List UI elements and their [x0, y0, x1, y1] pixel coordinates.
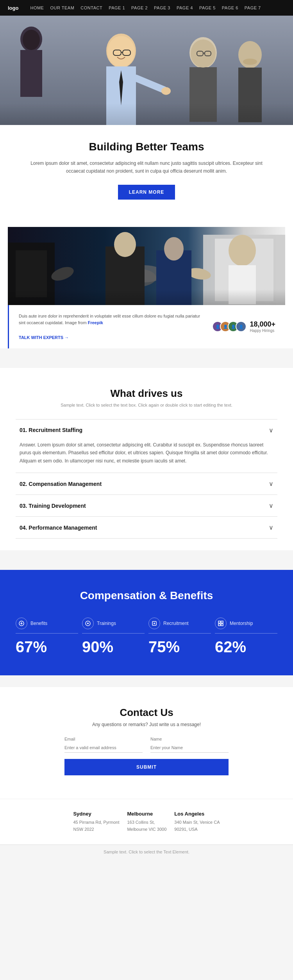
talk-with-experts-link[interactable]: TALK WITH EXPERTS → [19, 335, 69, 340]
office-losangeles-address: 340 Main St, Venice CA 90291, USA [174, 819, 220, 833]
office-melbourne-address: 163 Collins St, Melbourne VIC 3000 [127, 819, 166, 833]
comp-card-header-recruitment: Recruitment [148, 618, 211, 634]
nav-home[interactable]: HOME [30, 5, 44, 10]
office-sydney-city: Sydney [73, 811, 119, 817]
accordion-title-4: 04. Performance Management [20, 525, 97, 531]
nav-page6[interactable]: PAGE 6 [222, 5, 238, 10]
benefits-label: Benefits [30, 621, 47, 626]
footer: Sample text. Click to select the Text El… [0, 844, 293, 859]
footer-text: Sample text. Click to select the Text El… [5, 850, 288, 854]
nav-page1[interactable]: PAGE 1 [109, 5, 125, 10]
svg-point-41 [87, 623, 89, 624]
stats-count: 18,000+ Happy Hirings [250, 320, 275, 333]
accordion-chevron-2: ∨ [269, 480, 273, 487]
svg-rect-43 [218, 621, 220, 623]
accordion-text-1: Answer. Lorem ipsum dolor sit amet, cons… [20, 441, 273, 465]
accordion-chevron-1: ∨ [269, 427, 273, 434]
accordion-item-1: 01. Recruitment Staffing ∨ Answer. Lorem… [16, 419, 277, 473]
intro-body: Lorem ipsum dolor sit amet, consectetur … [23, 159, 270, 175]
avatar-4: 👤 [236, 321, 247, 332]
accordion-header-1[interactable]: 01. Recruitment Staffing ∨ [16, 419, 277, 441]
intro-title: Building Better Teams [23, 141, 270, 153]
accordion-title-2: 02. Compensation Management [20, 481, 102, 487]
mentorship-label: Mentorship [230, 621, 253, 626]
name-field[interactable] [150, 743, 229, 753]
drives-section: What drives us Sample text. Click to sel… [0, 368, 293, 550]
email-label: Email [64, 737, 143, 741]
accordion-header-4[interactable]: 04. Performance Management ∨ [16, 517, 277, 538]
accordion-item-4: 04. Performance Management ∨ [16, 516, 277, 539]
nav-page7[interactable]: PAGE 7 [245, 5, 261, 10]
benefits-percent: 67% [16, 638, 78, 656]
comp-title: Compensation & Benefits [16, 589, 277, 602]
comp-cards: Benefits 67% Trainings 90% [16, 618, 277, 656]
svg-point-38 [164, 237, 184, 261]
trainings-label: Trainings [97, 621, 116, 626]
team-hands-image [8, 227, 285, 305]
svg-point-36 [114, 232, 136, 257]
accordion-title-3: 03. Training Development [20, 503, 86, 509]
office-sydney-address: 45 Pirrama Rd, Pyrmont NSW 2022 [73, 819, 119, 833]
nav-page5[interactable]: PAGE 5 [199, 5, 216, 10]
comp-card-benefits: Benefits 67% [16, 618, 78, 656]
mentorship-percent: 62% [215, 638, 277, 656]
navigation: logo HOME OUR TEAM CONTACT PAGE 1 PAGE 2… [0, 0, 293, 16]
nav-page2[interactable]: PAGE 2 [131, 5, 148, 10]
freepik-link[interactable]: Freepik [88, 320, 103, 325]
logo[interactable]: logo [8, 5, 18, 11]
accordion-item-3: 03. Training Development ∨ [16, 494, 277, 516]
mentorship-icon [215, 618, 227, 629]
office-sydney: Sydney 45 Pirrama Rd, Pyrmont NSW 2022 [73, 811, 119, 833]
nav-page3[interactable]: PAGE 3 [154, 5, 170, 10]
stats-right: 👤 👤 👤 👤 18,000+ Happy Hirings [212, 320, 275, 333]
contact-section: Contact Us Any questions or remarks? Jus… [0, 687, 293, 799]
nav-links: HOME OUR TEAM CONTACT PAGE 1 PAGE 2 PAGE… [30, 5, 261, 10]
comp-card-header-trainings: Trainings [82, 618, 145, 634]
contact-form: Email Name SUBMIT [64, 737, 229, 775]
office-melbourne-city: Melbourne [127, 811, 166, 817]
contact-title: Contact Us [16, 707, 277, 719]
form-group-email: Email [64, 737, 143, 753]
stats-label: Happy Hirings [250, 328, 275, 333]
contact-subtitle: Any questions or remarks? Just write us … [16, 722, 277, 727]
svg-rect-33 [229, 265, 256, 304]
name-label: Name [150, 737, 229, 741]
accordion-chevron-4: ∨ [269, 524, 273, 531]
svg-rect-45 [218, 624, 220, 626]
drives-title: What drives us [16, 387, 277, 400]
office-losangeles-city: Los Angeles [174, 811, 220, 817]
avatar-group: 👤 👤 👤 👤 [212, 321, 247, 332]
trainings-icon [82, 618, 94, 629]
recruitment-label: Recruitment [163, 621, 189, 626]
accordion-header-2[interactable]: 02. Compensation Management ∨ [16, 473, 277, 494]
comp-card-header-benefits: Benefits [16, 618, 78, 634]
accordion-title-1: 01. Recruitment Staffing [20, 427, 82, 433]
stats-description: Duis aute irure dolor in reprehenderit i… [19, 313, 204, 341]
svg-rect-44 [221, 621, 223, 623]
team-photo-section: Duis aute irure dolor in reprehenderit i… [0, 219, 293, 348]
recruitment-icon [148, 618, 160, 629]
submit-button[interactable]: SUBMIT [64, 759, 229, 775]
accordion-item-2: 02. Compensation Management ∨ [16, 473, 277, 494]
learn-more-button[interactable]: LEARN MORE [118, 185, 175, 200]
form-group-name: Name [150, 737, 229, 753]
svg-rect-26 [16, 250, 47, 297]
compensation-section: Compensation & Benefits Benefits 67% [0, 570, 293, 675]
nav-page4[interactable]: PAGE 4 [177, 5, 193, 10]
team-description-text: Duis aute irure dolor in reprehenderit i… [19, 314, 200, 325]
accordion-body-1: Answer. Lorem ipsum dolor sit amet, cons… [16, 441, 277, 473]
comp-card-trainings: Trainings 90% [82, 618, 145, 656]
comp-card-recruitment: Recruitment 75% [148, 618, 211, 656]
recruitment-percent: 75% [148, 638, 211, 656]
nav-contact[interactable]: CONTACT [80, 5, 102, 10]
svg-rect-46 [221, 624, 223, 626]
comp-card-header-mentorship: Mentorship [215, 618, 277, 634]
email-field[interactable] [64, 743, 143, 753]
nav-our-team[interactable]: OUR TEAM [50, 5, 74, 10]
office-melbourne: Melbourne 163 Collins St, Melbourne VIC … [127, 811, 166, 833]
benefits-icon [16, 618, 27, 629]
accordion-header-3[interactable]: 03. Training Development ∨ [16, 495, 277, 516]
accordion-chevron-3: ∨ [269, 502, 273, 509]
offices-section: Sydney 45 Pirrama Rd, Pyrmont NSW 2022 M… [0, 799, 293, 844]
stats-bar: Duis aute irure dolor in reprehenderit i… [8, 305, 285, 348]
